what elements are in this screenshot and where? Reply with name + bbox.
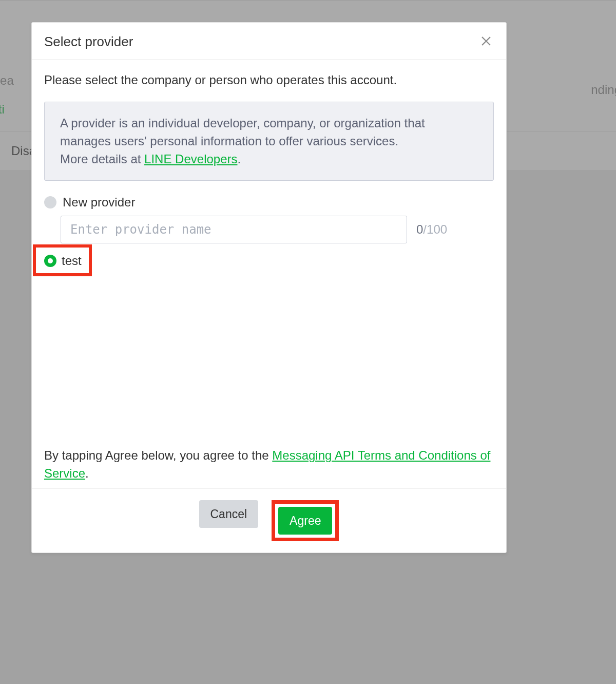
modal-body: Please select the company or person who … <box>32 60 506 488</box>
char-counter: 0/100 <box>416 222 447 237</box>
modal-intro: Please select the company or person who … <box>44 73 494 87</box>
agree-button[interactable]: Agree <box>278 507 332 535</box>
radio-off-icon <box>44 196 56 208</box>
existing-provider-label: test <box>62 254 82 268</box>
info-line-2-suffix: . <box>238 152 241 166</box>
select-provider-modal: Select provider Please select the compan… <box>31 22 507 553</box>
close-icon <box>480 35 492 49</box>
close-button[interactable] <box>478 34 494 50</box>
radio-on-icon <box>44 255 56 267</box>
new-provider-option[interactable]: New provider <box>44 195 494 210</box>
provider-name-row: 0/100 <box>61 216 494 243</box>
highlight-annotation-agree: Agree <box>272 500 339 541</box>
info-line-1: A provider is an individual developer, c… <box>60 116 425 148</box>
modal-header: Select provider <box>32 23 506 60</box>
cancel-button[interactable]: Cancel <box>199 500 259 528</box>
existing-provider-option-test[interactable]: test <box>40 250 89 272</box>
terms-prefix: By tapping Agree below, you agree to the <box>44 448 272 462</box>
provider-name-input[interactable] <box>61 216 407 243</box>
provider-info-box: A provider is an individual developer, c… <box>44 102 494 181</box>
char-counter-max: /100 <box>423 222 447 236</box>
terms-suffix: . <box>85 466 89 480</box>
modal-title: Select provider <box>44 34 133 50</box>
modal-footer: Cancel Agree <box>32 488 506 553</box>
new-provider-label: New provider <box>63 195 135 210</box>
char-counter-current: 0 <box>416 222 423 236</box>
terms-text: By tapping Agree below, you agree to the… <box>44 447 494 488</box>
line-developers-link[interactable]: LINE Developers <box>144 152 237 166</box>
info-line-2-prefix: More details at <box>60 152 144 166</box>
